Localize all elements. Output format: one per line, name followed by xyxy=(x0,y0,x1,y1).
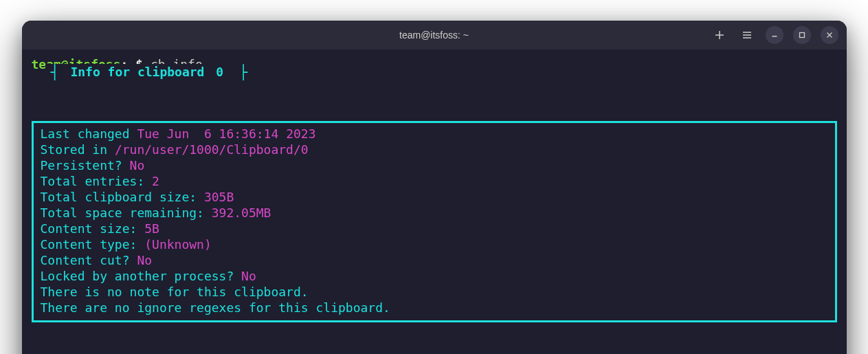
maximize-button[interactable] xyxy=(793,26,811,44)
terminal-window: team@itsfoss: ~ team@itsfoss:~$ cb info … xyxy=(22,21,847,354)
svg-rect-0 xyxy=(799,33,804,38)
close-button[interactable] xyxy=(821,26,838,44)
info-last-changed: Last changed Tue Jun 6 16:36:14 2023 xyxy=(41,126,828,142)
box-bracket-left: ┤ xyxy=(51,65,59,79)
last-changed-label: Last changed xyxy=(41,126,137,141)
window-controls xyxy=(711,26,838,44)
window-title: team@itsfoss: ~ xyxy=(399,30,469,41)
space-remaining-value: 392.05MB xyxy=(212,206,271,220)
content-size-label: Content size: xyxy=(41,221,145,236)
info-content-size: Content size: 5B xyxy=(41,221,828,236)
info-persistent: Persistent? No xyxy=(41,157,828,173)
info-no-note: There is no note for this clipboard. xyxy=(41,284,828,300)
box-title-num: 0 xyxy=(216,64,223,80)
content-type-value: (Unknown) xyxy=(144,237,212,252)
persistent-label: Persistent? xyxy=(41,158,130,173)
plus-icon xyxy=(714,30,725,41)
info-box-title: ┤ Info for clipboard 0 ├ xyxy=(45,64,254,80)
content-cut-value: No xyxy=(137,253,152,267)
terminal-body[interactable]: team@itsfoss:~$ cb info ┤ Info for clipb… xyxy=(22,49,847,354)
persistent-value: No xyxy=(130,158,145,173)
content-type-label: Content type: xyxy=(41,237,145,252)
info-stored-in: Stored in /run/user/1000/Clipboard/0 xyxy=(41,142,828,157)
info-total-size: Total clipboard size: 305B xyxy=(41,189,828,205)
total-size-value: 305B xyxy=(204,190,234,204)
content-cut-label: Content cut? xyxy=(41,253,137,267)
space-remaining-label: Total space remaining: xyxy=(41,206,212,220)
stored-in-label: Stored in xyxy=(41,142,115,157)
titlebar: team@itsfoss: ~ xyxy=(22,21,847,49)
info-box-border: Last changed Tue Jun 6 16:36:14 2023Stor… xyxy=(32,121,837,322)
box-bracket-right: ├ xyxy=(239,65,247,79)
last-changed-value: Tue Jun 6 16:36:14 2023 xyxy=(137,126,315,141)
info-no-regex: There are no ignore regexes for this cli… xyxy=(41,300,828,316)
stored-in-value: /run/user/1000/Clipboard/0 xyxy=(115,142,309,157)
maximize-icon xyxy=(797,30,807,40)
info-total-entries: Total entries: 2 xyxy=(41,173,828,189)
total-entries-value: 2 xyxy=(152,174,159,188)
minimize-icon xyxy=(770,30,779,40)
info-content-type: Content type: (Unknown) xyxy=(41,236,828,252)
menu-button[interactable] xyxy=(738,26,756,44)
box-title-prefix: Info for clipboard xyxy=(63,64,212,80)
hamburger-icon xyxy=(742,30,753,41)
locked-label: Locked by another process? xyxy=(41,269,242,283)
info-box: ┤ Info for clipboard 0 ├ Last changed Tu… xyxy=(32,74,837,338)
info-content-cut: Content cut? No xyxy=(41,252,828,268)
box-title-suffix xyxy=(227,64,235,80)
info-locked: Locked by another process? No xyxy=(41,268,828,284)
new-tab-button[interactable] xyxy=(711,26,728,44)
minimize-button[interactable] xyxy=(766,26,783,44)
locked-value: No xyxy=(241,269,256,283)
content-size-value: 5B xyxy=(144,221,159,236)
total-size-label: Total clipboard size: xyxy=(41,190,204,204)
close-icon xyxy=(825,30,834,40)
total-entries-label: Total entries: xyxy=(41,174,153,188)
info-space-remaining: Total space remaining: 392.05MB xyxy=(41,205,828,221)
